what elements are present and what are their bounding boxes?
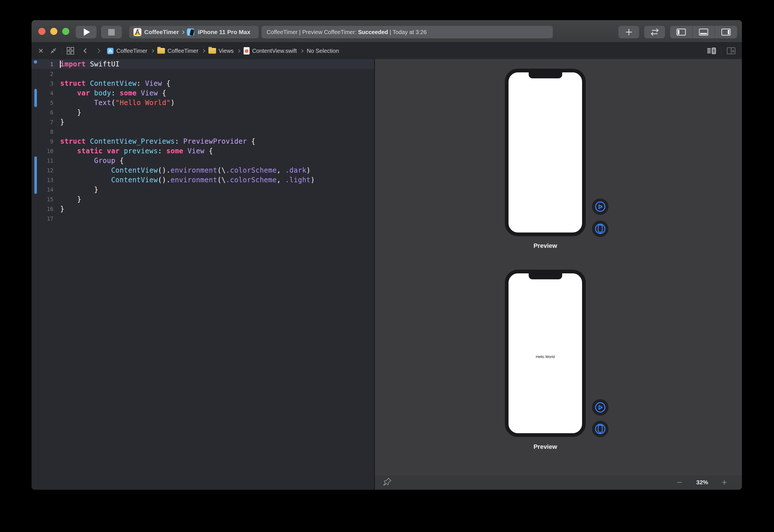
close-window-button[interactable] — [38, 28, 45, 35]
code-line[interactable]: 9struct ContentView_Previews: PreviewPro… — [32, 137, 374, 146]
xcode-window: CoffeeTimer iPhone 11 Pro Max CoffeeTime… — [32, 20, 742, 490]
code-line-text: static var previews: some View { — [53, 146, 213, 156]
breadcrumb-item[interactable]: ContentView.swift — [244, 47, 297, 55]
folder-icon — [208, 48, 216, 54]
breadcrumb-item-label: No Selection — [307, 48, 339, 54]
editor-options-icon — [707, 47, 716, 55]
code-line[interactable]: 8 — [32, 127, 374, 137]
minimize-editor-button[interactable] — [49, 47, 58, 55]
code-line[interactable]: 10 static var previews: some View { — [32, 146, 374, 156]
live-preview-button-1[interactable] — [592, 198, 608, 215]
status-text-prefix: CoffeeTimer | Preview CoffeeTimer: — [267, 29, 358, 35]
pin-preview-button[interactable] — [383, 477, 392, 487]
code-line-text: struct ContentView_Previews: PreviewProv… — [53, 137, 256, 146]
code-line-text — [53, 127, 60, 137]
close-editor-button[interactable]: ✕ — [37, 47, 45, 55]
text-cursor — [60, 60, 61, 68]
code-line[interactable]: 15 } — [32, 194, 374, 204]
device-circle-icon — [594, 423, 606, 435]
editor-options-button[interactable] — [705, 47, 718, 55]
line-number: 16 — [32, 204, 53, 214]
code-line-text: } — [53, 185, 99, 194]
code-area: 1import SwiftUI23struct ContentView: Vie… — [32, 59, 374, 490]
breadcrumb-item[interactable]: Views — [208, 48, 234, 54]
run-icon — [84, 28, 90, 36]
code-line[interactable]: 1import SwiftUI — [32, 59, 374, 69]
breadcrumb-item-label: Views — [219, 48, 234, 54]
device-circle-icon — [594, 223, 606, 235]
code-line[interactable]: 11 Group { — [32, 156, 374, 166]
editor-mode-button[interactable] — [644, 26, 665, 38]
zoom-level-value[interactable]: 32% — [696, 479, 708, 486]
titlebar: CoffeeTimer iPhone 11 Pro Max CoffeeTime… — [32, 20, 742, 43]
status-text-result: Succeeded — [358, 29, 388, 35]
zoom-window-button[interactable] — [62, 28, 69, 35]
canvas-area: Preview Hello World — [375, 59, 742, 475]
preview-on-device-button-1[interactable] — [592, 221, 608, 237]
live-preview-button-2[interactable] — [592, 399, 608, 416]
play-circle-icon — [594, 401, 606, 414]
breadcrumb-separator-icon — [202, 49, 205, 53]
stop-icon — [108, 29, 115, 35]
code-line[interactable]: 13 ContentView().environment(\.colorSche… — [32, 175, 374, 185]
folder-icon — [157, 48, 165, 54]
breadcrumb-separator-icon — [150, 49, 154, 53]
add-editor-button[interactable] — [725, 47, 737, 55]
canvas-bottom-bar: − 32% + — [375, 475, 742, 490]
preview-on-device-button-2[interactable] — [592, 421, 608, 437]
jumpbar-divider — [62, 47, 62, 55]
device-preview-2[interactable]: Hello World — [505, 270, 586, 437]
go-back-button[interactable] — [82, 49, 90, 53]
minimize-window-button[interactable] — [50, 28, 57, 35]
code-line-text: ContentView().environment(\.colorScheme,… — [53, 175, 315, 185]
source-change-marker — [34, 60, 37, 64]
toggle-inspector-button[interactable] — [715, 26, 737, 38]
code-line[interactable]: 6 } — [32, 108, 374, 117]
minimize-arrows-icon — [50, 47, 57, 55]
toggle-debug-area-button[interactable] — [692, 26, 715, 38]
breadcrumb-item-label: CoffeeTimer — [116, 48, 147, 54]
code-line[interactable]: 12 ContentView().environment(\.colorSche… — [32, 166, 374, 175]
breadcrumb-item[interactable]: CoffeeTimer — [157, 48, 198, 54]
code-line[interactable]: 2 — [32, 69, 374, 79]
zoom-controls: − 32% + — [668, 475, 742, 490]
toggle-navigator-button[interactable] — [670, 26, 692, 38]
breadcrumb-item-label: CoffeeTimer — [168, 48, 198, 54]
device-preview-1[interactable] — [505, 69, 586, 236]
code-line-text: } — [53, 117, 64, 127]
code-line[interactable]: 4 var body: some View { — [32, 88, 374, 98]
scheme-selector[interactable]: CoffeeTimer iPhone 11 Pro Max — [129, 26, 259, 38]
library-button[interactable] — [618, 26, 639, 38]
line-number: 8 — [32, 127, 53, 137]
code-line-text: } — [53, 204, 64, 214]
code-line[interactable]: 16} — [32, 204, 374, 214]
activity-status-bar[interactable]: CoffeeTimer | Preview CoffeeTimer: Succe… — [262, 26, 553, 38]
line-number: 7 — [32, 117, 53, 127]
plus-icon — [625, 28, 633, 36]
run-button[interactable] — [76, 26, 97, 38]
phone-notch — [529, 72, 562, 78]
preview-label-2: Preview — [505, 443, 586, 451]
code-line[interactable]: 5 Text("Hello World") — [32, 98, 374, 108]
related-items-grid-icon — [66, 47, 75, 55]
go-forward-button[interactable] — [94, 49, 102, 53]
code-line[interactable]: 17 — [32, 214, 374, 223]
zoom-in-button[interactable]: + — [722, 477, 727, 488]
breadcrumb-item-label: ContentView.swift — [252, 48, 297, 54]
code-line-text: var body: some View { — [53, 88, 166, 98]
code-line[interactable]: 3struct ContentView: View { — [32, 79, 374, 88]
breadcrumb-separator-icon — [237, 49, 240, 53]
code-line[interactable]: 14 } — [32, 185, 374, 194]
zoom-out-button[interactable]: − — [677, 477, 682, 488]
breadcrumb-item[interactable]: CoffeeTimer — [107, 47, 147, 55]
code-line[interactable]: 7} — [32, 117, 374, 127]
split-editor-icon — [727, 47, 736, 55]
stop-button[interactable] — [101, 26, 122, 38]
breadcrumb-item[interactable]: No Selection — [307, 48, 339, 54]
phone-notch — [529, 273, 562, 279]
source-editor[interactable]: 1import SwiftUI23struct ContentView: Vie… — [32, 59, 374, 490]
left-panel-icon — [676, 28, 686, 36]
code-line-text: ContentView().environment(\.colorScheme,… — [53, 166, 311, 175]
related-items-button[interactable] — [65, 47, 76, 55]
preview-screen-text: Hello World — [509, 355, 582, 359]
